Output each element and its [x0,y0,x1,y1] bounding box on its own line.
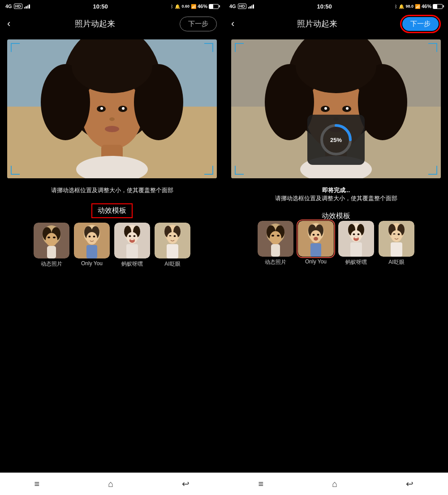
right-instruction-area: 即将完成... 请挪动选框位置及调整大小，使其覆盖整个面部 [224,183,448,207]
right-data-speed: 98.0 [405,4,414,9]
right-next-button[interactable]: 下一步 [402,17,439,31]
right-progress-text: 25% [330,137,342,143]
svg-rect-36 [126,244,138,258]
svg-point-27 [86,232,97,245]
right-corner-bl [235,166,244,175]
svg-rect-20 [47,246,56,258]
svg-point-88 [353,233,355,235]
right-corner-br [428,166,437,175]
svg-point-12 [122,107,125,110]
right-template-item-ai-blink[interactable]: AI眨眼 [379,221,414,266]
svg-point-13 [109,117,115,121]
right-progress-ring: 25% [318,122,354,158]
left-template-thumb-ai-blink [155,223,190,258]
left-home-icon[interactable]: ⌂ [108,479,113,489]
left-wifi-icon: 📶 [191,4,196,9]
right-template-title-wrap: 动效模板 [231,211,441,221]
left-battery-icon [209,4,219,9]
left-spacer [0,272,224,473]
svg-point-19 [46,233,57,246]
left-template-label-ai-blink: AI眨眼 [164,260,180,268]
right-menu-icon[interactable]: ≡ [258,479,264,489]
svg-rect-28 [86,245,97,258]
right-thumb-ant-svg [338,221,374,257]
right-template-thumb-ant [338,221,374,257]
right-template-thumb-only-you [298,221,334,257]
right-template-label-only-you: Only You [305,258,327,265]
left-template-item-ai-blink[interactable]: AI眨眼 [155,223,190,268]
left-instruction-area: 请挪动选框位置及调整大小，使其覆盖整个面部 [0,183,224,199]
right-nav-title: 照片动起来 [297,18,337,29]
svg-point-14 [105,126,119,132]
svg-rect-97 [391,242,402,257]
right-template-thumb-ai-blink [379,221,414,257]
right-top-nav: ‹ 照片动起来 下一步 [224,13,448,35]
left-template-item-ant[interactable]: 蚂蚁呀嘿 [114,223,150,268]
right-status-left: 4G HD [229,4,254,9]
right-template-label-ant: 蚂蚁呀嘿 [345,258,367,266]
left-data-speed: 0.60 [181,4,190,9]
left-thumb-dynamic-svg [34,223,69,258]
right-template-title: 动效模板 [322,212,350,220]
left-image-area [7,39,217,178]
svg-point-80 [317,234,319,236]
right-corner-tl [235,43,244,52]
svg-point-29 [89,236,91,237]
right-status-text: 即将完成... [231,186,441,194]
right-spacer [224,271,448,473]
left-template-label-ant: 蚂蚁呀嘿 [121,260,143,268]
svg-point-6 [72,39,152,93]
left-back-button[interactable]: ‹ [7,18,10,30]
svg-point-30 [93,236,95,237]
right-image-area: 25% [231,39,441,178]
right-status-right: ᛒ 🔔 98.0 📶 46% [395,4,443,9]
right-bluetooth-icon: ᛒ [395,4,397,9]
right-notification-icon: 🔔 [399,4,404,9]
left-nav-title: 照片动起来 [75,18,115,29]
svg-point-59 [324,107,327,110]
svg-point-91 [354,237,358,238]
right-template-label-dynamic: 动态照片 [265,258,286,266]
left-template-item-only-you[interactable]: Only You [74,223,110,268]
left-menu-icon[interactable]: ≡ [34,479,40,489]
right-back-nav-icon[interactable]: ↩ [406,478,414,489]
svg-point-96 [391,230,402,242]
right-thumb-dynamic-svg [258,221,293,257]
svg-point-11 [100,107,103,110]
svg-point-72 [277,235,280,237]
right-template-label-ai-blink: AI眨眼 [388,258,404,266]
left-corner-br [204,166,213,175]
left-template-thumb-ant [114,223,150,258]
right-home-icon[interactable]: ⌂ [332,479,337,489]
left-template-section: 动效模板 动态照片 [0,199,224,272]
right-clock: 10:50 [317,3,332,10]
right-battery-pct: 46% [422,4,431,9]
svg-point-21 [47,237,50,238]
left-hd-badge: HD [14,4,22,9]
left-status-right: ᛒ 🔔 0.60 📶 46% [171,4,219,9]
left-template-item-dynamic[interactable]: 动态照片 [34,223,69,268]
left-photo [7,39,217,178]
svg-rect-87 [350,242,362,257]
right-template-item-dynamic[interactable]: 动态照片 [258,221,293,266]
right-template-thumb-dynamic [258,221,293,257]
left-status-left: 4G HD [5,4,30,9]
left-signal-4g: 4G [5,4,12,9]
svg-point-98 [398,233,400,235]
right-corner-tr [428,43,437,52]
left-next-button[interactable]: 下一步 [180,17,217,31]
left-template-thumb-only-you [74,223,110,258]
right-template-items[interactable]: 动态照片 [231,221,441,266]
left-template-items[interactable]: 动态照片 Only You [7,223,217,268]
svg-point-69 [270,231,281,245]
right-back-button[interactable]: ‹ [231,18,234,30]
svg-rect-46 [167,244,178,258]
svg-point-38 [134,235,136,237]
right-bottom-nav: ≡ ⌂ ↩ [224,473,448,495]
svg-point-54 [296,39,376,93]
left-photo-svg [7,39,217,178]
left-back-nav-icon[interactable]: ↩ [182,478,190,489]
svg-point-79 [313,234,315,236]
right-template-item-only-you[interactable]: Only You [298,221,334,266]
right-template-item-ant[interactable]: 蚂蚁呀嘿 [338,221,374,266]
